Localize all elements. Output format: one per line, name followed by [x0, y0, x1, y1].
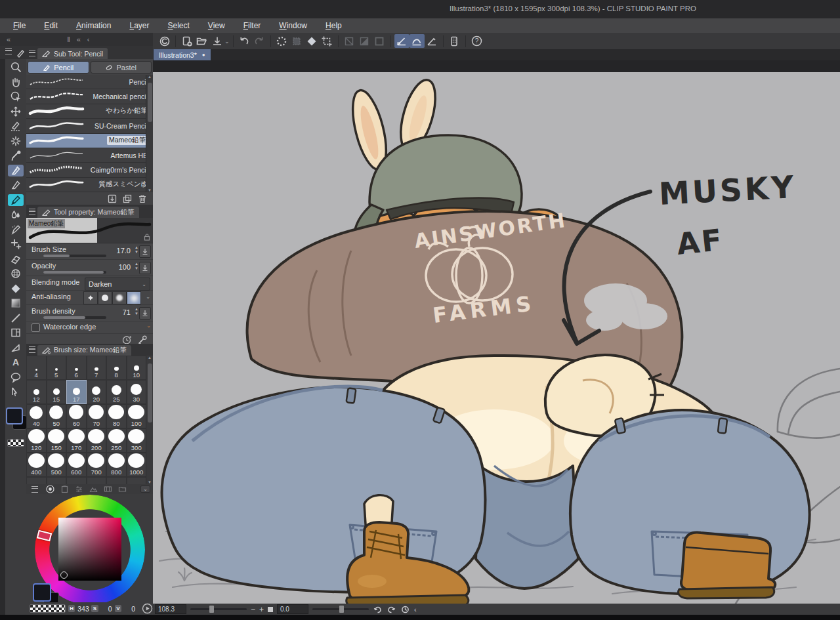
undo-button[interactable] [237, 34, 252, 48]
brush-row-mechanical-pencil[interactable]: Mechanical pencil [26, 89, 150, 104]
polyline-tool-icon[interactable] [8, 342, 24, 354]
pen-alt-tool-icon[interactable] [8, 179, 24, 191]
collapse-left-icon[interactable]: « [7, 35, 10, 43]
eraser-tool-icon[interactable] [8, 253, 24, 265]
footer-menu-icon[interactable] [32, 486, 38, 493]
opacity-spinner[interactable]: ▲▼ [135, 262, 138, 271]
aa-medium-option[interactable] [112, 291, 127, 304]
brush-size-source-button[interactable] [139, 245, 151, 258]
scroll-down-icon[interactable]: ⌄ [146, 323, 151, 329]
opacity-slider[interactable] [43, 271, 106, 274]
fill-tool-icon[interactable] [304, 34, 320, 48]
size-cell[interactable]: 6 [66, 356, 87, 380]
menu-layer[interactable]: Layer [129, 21, 149, 30]
help-icon[interactable]: ? [469, 34, 484, 48]
back-arrow-icon[interactable]: ‹ [87, 35, 90, 43]
brush-row-mameo-selected[interactable]: Mameo鉛筆 [26, 134, 150, 148]
import-subtool-icon[interactable] [107, 194, 117, 204]
menu-animation[interactable]: Animation [76, 21, 111, 30]
zoom-slider[interactable] [190, 608, 247, 610]
transparent-color-swatch[interactable] [30, 604, 66, 613]
menu-help[interactable]: Help [326, 21, 342, 30]
frame-tool-icon[interactable] [8, 327, 24, 339]
save-dropdown-caret[interactable]: ⌄ [224, 37, 230, 45]
brush-row-su-cream-pencil[interactable]: SU-Cream Pencil [26, 119, 150, 133]
rotate-left-icon[interactable] [373, 605, 383, 614]
line-tool-icon[interactable] [8, 312, 24, 324]
size-cell[interactable]: 500 [47, 453, 67, 477]
size-cell[interactable]: 50 [47, 404, 67, 428]
group-tab-pastel[interactable]: Pastel [91, 61, 152, 73]
play-expand-icon[interactable] [142, 603, 153, 614]
foreground-color-swatch[interactable] [6, 407, 23, 424]
reset-rotation-icon[interactable] [400, 605, 410, 614]
brush-size-menu-icon[interactable] [29, 346, 35, 353]
collapse-bar-icon[interactable]: ‹ [414, 606, 417, 613]
pencil-tool-icon[interactable] [8, 194, 24, 206]
deselect-icon[interactable] [289, 34, 304, 48]
zoom-out-button[interactable]: − [251, 606, 255, 613]
saturation-value[interactable]: 0 [101, 605, 112, 613]
watercolor-edge-checkbox[interactable] [32, 323, 40, 332]
brush-row-caimg0rm[interactable]: Caimg0rm's Pencil [26, 163, 150, 177]
size-cell[interactable]: 700 [87, 453, 107, 477]
snap-ruler-icon[interactable] [394, 34, 410, 48]
hand-tool-icon[interactable] [8, 76, 24, 88]
brush-size-value[interactable]: 17.0 [117, 247, 131, 255]
brush-size-slider[interactable] [43, 255, 106, 257]
size-cell[interactable]: 170 [66, 428, 87, 453]
size-cell[interactable] [87, 477, 107, 484]
save-button[interactable] [209, 34, 224, 48]
size-cell[interactable]: 5 [47, 356, 67, 380]
blend-tool-icon[interactable] [8, 268, 24, 279]
opacity-source-button[interactable] [139, 262, 151, 274]
document-tab[interactable]: Illustration3* ● [154, 49, 211, 60]
material-panel-icon[interactable] [447, 34, 462, 48]
tool-strip-menu-icon[interactable] [5, 48, 12, 54]
group-tab-pencil[interactable]: Pencil [28, 61, 89, 73]
value-value[interactable]: 0 [124, 605, 135, 613]
brush-size-panel-tab[interactable]: Brush size: Mameo鉛筆 [37, 345, 131, 356]
rotate-right-icon[interactable] [387, 605, 396, 614]
zoom-tool-icon[interactable] [8, 61, 24, 73]
chevron-down-icon[interactable]: ⌄ [146, 294, 150, 300]
opacity-value[interactable]: 100 [119, 263, 131, 271]
size-cell[interactable]: 10 [127, 356, 147, 380]
brush-row-pencil[interactable]: Pencil [26, 75, 150, 89]
size-cell[interactable]: 100 [127, 404, 147, 428]
tool-property-menu-icon[interactable] [29, 209, 35, 215]
collapse-icon[interactable]: « [77, 35, 81, 43]
size-cell[interactable]: 70 [87, 404, 107, 428]
text-tool-icon[interactable]: A [8, 356, 24, 368]
menu-window[interactable]: Window [279, 21, 307, 30]
aa-strong-option[interactable] [127, 291, 141, 304]
size-cell[interactable]: 20 [87, 380, 107, 404]
rotation-slider[interactable] [312, 608, 369, 610]
saturation-value-square[interactable] [58, 518, 121, 581]
size-cell[interactable]: 25 [106, 380, 127, 404]
brush-density-source-button[interactable] [139, 307, 151, 320]
brush-density-spinner[interactable]: ▲▼ [135, 307, 138, 316]
brush-row-texture-pen[interactable]: 質感スミペン改 [26, 178, 150, 192]
size-cell[interactable]: 80 [106, 404, 127, 428]
size-cell[interactable]: 60 [66, 404, 87, 428]
snap-special-ruler-icon[interactable] [410, 34, 425, 48]
fit-screen-button[interactable] [268, 607, 273, 612]
balloon-tool-icon[interactable] [8, 371, 24, 383]
size-cell[interactable]: 300 [127, 428, 147, 453]
canvas-viewport[interactable]: AINSWORTH FARMS [153, 72, 840, 604]
menu-edit[interactable]: Edit [44, 21, 58, 30]
brush-size-scrollbar[interactable]: ▲▼ [146, 356, 153, 484]
pen-tool-icon[interactable] [8, 165, 24, 176]
duplicate-subtool-icon[interactable] [122, 194, 133, 204]
brush-size-spinner[interactable]: ▲▼ [135, 245, 138, 255]
size-cell[interactable] [47, 477, 67, 484]
auto-select-tool-icon[interactable] [8, 135, 24, 147]
size-cell[interactable]: 600 [66, 453, 87, 477]
zoom-percent-value[interactable]: 108.3 [155, 604, 186, 614]
aa-weak-option[interactable] [98, 291, 112, 304]
airbrush-tool-icon[interactable] [8, 224, 24, 236]
menu-filter[interactable]: Filter [243, 21, 261, 30]
paint-tool-icon[interactable] [8, 209, 24, 220]
footer-dropdown-icon[interactable]: ⌄ [140, 486, 150, 493]
